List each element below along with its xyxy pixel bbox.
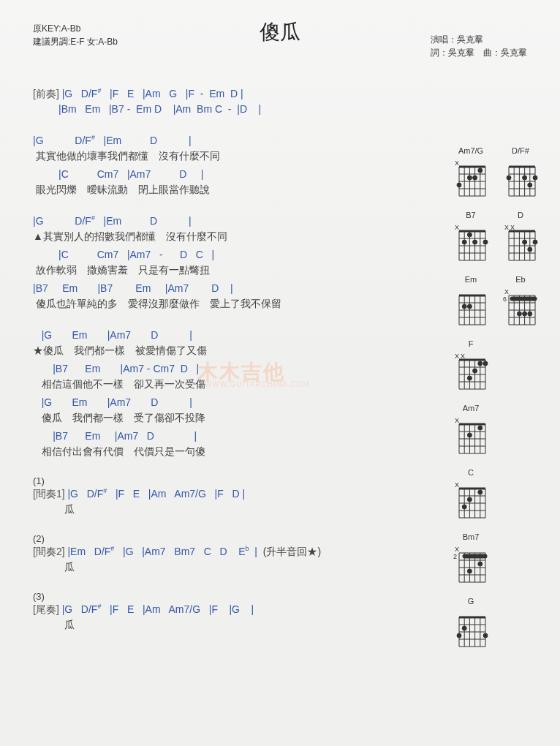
svg-point-29 xyxy=(533,176,537,180)
header-key-info: 原KEY:A-Bb 建議男調:E-F 女:A-Bb xyxy=(33,22,118,48)
svg-point-168 xyxy=(483,633,488,638)
chord-line: |G Em |Am7 D | xyxy=(33,395,413,410)
chord-line: |C Cm7 |Am7 D | xyxy=(33,167,413,182)
lyric-line: ▲其實別人的招數我們都懂 沒有什麼不同 xyxy=(33,229,413,244)
chord-line: |B7 Em |B7 Em |Am7 D | xyxy=(33,281,413,296)
svg-text:2: 2 xyxy=(453,553,457,560)
svg-point-108 xyxy=(473,369,477,373)
svg-point-75 xyxy=(467,304,472,309)
svg-rect-89 xyxy=(510,297,537,301)
verse2: |G D/F# |Em D | ▲其實別人的招數我們都懂 沒有什麼不同 |C C… xyxy=(33,214,413,312)
chord-diagram-d: D XX xyxy=(503,211,538,262)
chord-diagram-f: F XX xyxy=(453,339,488,391)
lyric-line: 眼光閃爍 曖昧流動 閉上眼當作聽說 xyxy=(33,182,413,197)
chord-diagram-bm7: Bm7 X2 xyxy=(453,532,488,584)
svg-point-106 xyxy=(478,361,483,366)
svg-text:X: X xyxy=(455,417,459,424)
performer: 演唱：吳克羣 xyxy=(431,33,527,46)
original-key: 原KEY:A-Bb xyxy=(33,22,118,35)
chord-diagram-em: Em xyxy=(453,275,488,326)
svg-point-28 xyxy=(523,176,527,180)
intro-line1: [前奏] |G D/F# |F E |Am G |F - Em D | xyxy=(33,86,413,102)
lyric-line: 傻瓜也許單純的多 愛得沒那麼做作 愛上了我不保留 xyxy=(33,296,413,312)
outro3-lyric: 瓜 xyxy=(33,617,413,633)
lyric-line: 故作軟弱 撒嬌害羞 只是有一點彆扭 xyxy=(33,263,413,278)
svg-point-138 xyxy=(462,505,466,509)
svg-point-60 xyxy=(523,240,527,244)
outro1-lyric: 瓜 xyxy=(33,502,413,517)
svg-point-30 xyxy=(528,183,532,187)
svg-point-122 xyxy=(467,433,472,437)
svg-point-14 xyxy=(473,176,477,180)
svg-point-62 xyxy=(528,247,532,252)
svg-text:6: 6 xyxy=(503,295,507,303)
svg-point-61 xyxy=(533,240,537,244)
svg-point-92 xyxy=(528,312,532,316)
chord-diagram-b7: B7 X xyxy=(453,211,488,262)
svg-point-90 xyxy=(517,312,521,316)
chord-line: |G Em |Am7 D | xyxy=(33,328,413,343)
outro3-num: (3) xyxy=(33,591,413,602)
chord-line: |G D/F# |Em D | xyxy=(33,133,413,148)
svg-text:X: X xyxy=(455,224,459,231)
chord-diagram-am7g: Am7/G X xyxy=(453,146,488,197)
svg-point-91 xyxy=(523,312,527,316)
svg-point-153 xyxy=(478,562,483,566)
svg-point-12 xyxy=(467,176,472,180)
outro1: [間奏1] |G D/F# |F E |Am Am7/G |F D | 瓜 xyxy=(33,486,413,517)
outro3-chords: [尾奏] |G D/F# |F E |Am Am7/G |F |G | xyxy=(33,602,413,617)
verse1: |G D/F# |Em D | 其實他做的壞事我們都懂 沒有什麼不同 |C Cm… xyxy=(33,133,413,197)
svg-point-46 xyxy=(483,240,488,244)
chord-diagram-c: C X xyxy=(453,468,488,519)
svg-point-13 xyxy=(478,168,483,173)
svg-rect-152 xyxy=(463,554,487,558)
svg-point-167 xyxy=(457,633,461,638)
svg-point-109 xyxy=(467,376,472,380)
outro1-num: (1) xyxy=(33,475,413,486)
chord-line: |B7 Em |Am7 D | xyxy=(33,429,413,444)
chord-diagrams: Am7/G X D/F# B7 X D XX Em Eb xyxy=(453,146,538,648)
outro1-chords: [間奏1] |G D/F# |F E |Am Am7/G |F D | xyxy=(33,486,413,502)
lyric-line: 相信付出會有代價 代價只是一句傻 xyxy=(33,444,413,459)
svg-point-107 xyxy=(483,361,488,366)
svg-text:X: X xyxy=(455,353,459,360)
chord-line: |C Cm7 |Am7 - D C | xyxy=(33,247,413,263)
svg-text:X: X xyxy=(455,481,459,489)
lyric-line: 其實他做的壞事我們都懂 沒有什麼不同 xyxy=(33,148,413,164)
svg-point-15 xyxy=(457,183,461,187)
svg-point-137 xyxy=(467,497,472,502)
lyrics-composer: 詞：吳克羣 曲：吳克羣 xyxy=(431,46,527,59)
svg-point-43 xyxy=(467,233,472,237)
svg-point-123 xyxy=(478,426,483,430)
header-credits: 演唱：吳克羣 詞：吳克羣 曲：吳克羣 xyxy=(431,33,527,59)
outro3: [尾奏] |G D/F# |F E |Am Am7/G |F |G | 瓜 xyxy=(33,602,413,633)
chord-diagram-g: G xyxy=(453,597,488,648)
svg-point-44 xyxy=(462,240,466,244)
svg-text:X: X xyxy=(504,224,509,231)
svg-point-166 xyxy=(462,626,466,630)
lyric-line: 相信這個他不一樣 卻又再一次受傷 xyxy=(33,377,413,392)
svg-text:X: X xyxy=(504,288,509,295)
outro2-chords: [間奏2] |Em D/F# |G |Am7 Bm7 C D Eb | (升半音… xyxy=(33,544,413,560)
svg-point-74 xyxy=(462,304,466,309)
outro2-lyric: 瓜 xyxy=(33,560,413,575)
lyric-line: 傻瓜 我們都一樣 受了傷卻不投降 xyxy=(33,410,413,426)
chord-line: |G D/F# |Em D | xyxy=(33,214,413,229)
svg-point-45 xyxy=(473,240,477,244)
svg-point-136 xyxy=(478,490,483,494)
suggested-key: 建議男調:E-F 女:A-Bb xyxy=(33,35,118,48)
svg-text:X: X xyxy=(455,159,459,167)
svg-point-27 xyxy=(507,176,511,180)
svg-text:X: X xyxy=(455,546,459,553)
intro-line2: |Bm Em |B7 - Em D |Am Bm C - |D | xyxy=(33,102,413,117)
outro2-num: (2) xyxy=(33,533,413,544)
chord-diagram-dfs: D/F# xyxy=(503,146,538,197)
chorus: |G Em |Am7 D | ★傻瓜 我們都一樣 被愛情傷了又傷 |B7 Em … xyxy=(33,328,413,459)
svg-point-154 xyxy=(467,569,472,573)
chord-line: |B7 Em |Am7 - Cm7 D | xyxy=(33,361,413,377)
chord-diagram-eb: Eb X6 xyxy=(503,275,538,326)
chord-diagram-am7: Am7 X xyxy=(453,404,488,455)
lyric-line: ★傻瓜 我們都一樣 被愛情傷了又傷 xyxy=(33,343,413,358)
intro-section: [前奏] |G D/F# |F E |Am G |F - Em D | |Bm … xyxy=(33,86,413,117)
outro2: [間奏2] |Em D/F# |G |Am7 Bm7 C D Eb | (升半音… xyxy=(33,544,413,575)
